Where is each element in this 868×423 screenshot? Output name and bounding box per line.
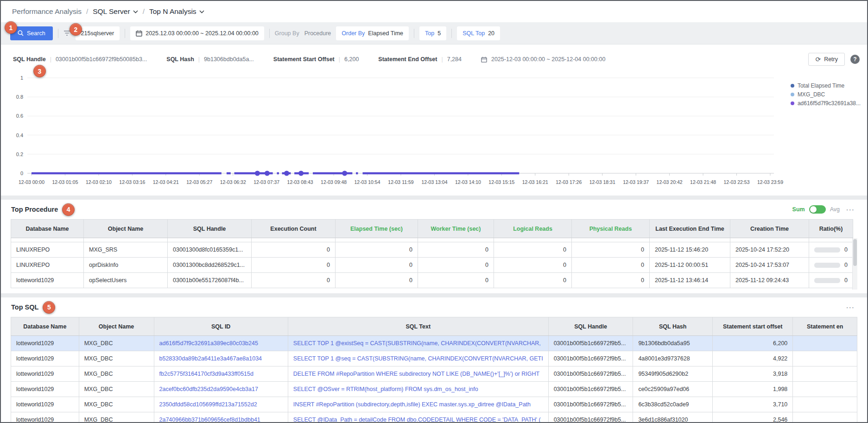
table-cell: 03001b00f5b1c66972f9b5...: [548, 397, 633, 412]
date-range-value: 2025.12.03 00:00:00 ~ 2025.12.04 00:00:0…: [146, 30, 259, 37]
sql-id-link[interactable]: 2acef0bc60dfb235d2da9590e4cb3a17: [159, 386, 258, 392]
column-header[interactable]: Database Name: [11, 317, 79, 336]
date-range-picker[interactable]: 2025.12.03 00:00:00 ~ 2025.12.04 00:00:0…: [130, 26, 264, 40]
sql-id-link[interactable]: ad616f5d7f9c32691a389ec80c03b245: [159, 340, 258, 347]
chevron-down-icon: [133, 10, 138, 13]
table-cell: 6c3b38cd52c0ade9: [633, 397, 713, 412]
vertical-scrollbar[interactable]: [852, 238, 857, 290]
column-header[interactable]: SQL Handle: [168, 220, 252, 238]
column-header[interactable]: Logical Reads: [494, 220, 572, 238]
table-cell: 0: [494, 242, 572, 258]
column-header[interactable]: SQL Handle: [548, 317, 633, 336]
table-cell: 4a8001e3d9737628: [633, 351, 713, 366]
table-row[interactable]: lotteworld1029MXG_DBCb528330da89b2a6411e…: [11, 351, 857, 366]
legend-item[interactable]: MXG_DBC: [791, 91, 861, 98]
retry-button[interactable]: ⟳ Retry: [808, 53, 845, 66]
column-header[interactable]: SQL ID: [154, 317, 288, 336]
sql-top-selector[interactable]: SQL Top 20: [457, 26, 500, 40]
sql-text-link[interactable]: DELETE FROM #RepoPartition WHERE subdire…: [293, 371, 539, 377]
table-header-row: Database NameObject NameSQL IDSQL TextSQ…: [11, 317, 857, 336]
table-cell: 0: [809, 273, 853, 288]
legend-item[interactable]: Total Elapsed Time: [791, 82, 861, 89]
column-header[interactable]: Object Name: [84, 220, 168, 238]
table-cell: 03001b00f5b1c66972f9b5...: [548, 382, 633, 397]
table-cell: lotteworld1029: [11, 366, 79, 382]
more-menu-button[interactable]: ⋯: [844, 204, 857, 215]
top-value: 5: [437, 30, 441, 37]
sql-handle-value: 03001b00f5b1c66972f9b50085b3...: [56, 56, 147, 63]
table-cell: 95349f905d6290b2: [633, 366, 713, 382]
svg-text:12-03 03:16: 12-03 03:16: [119, 179, 145, 185]
sql-id-link[interactable]: 2a740966bb371b609656cef8d1bdbb41: [159, 417, 260, 423]
table-cell: 9b1306bdb0da5a95: [633, 336, 713, 351]
sum-label: Sum: [792, 206, 805, 213]
table-row[interactable]: lotteworld1029MXG_DBC2350dfdd58cd105699f…: [11, 397, 857, 412]
column-header[interactable]: Worker Time (sec): [418, 220, 494, 238]
column-header[interactable]: SQL Text: [288, 317, 548, 336]
column-header[interactable]: Elapsed Time (sec): [336, 220, 418, 238]
table-cell: 2025-11-12 13:46:14: [650, 273, 730, 288]
column-header[interactable]: Database Name: [11, 220, 84, 238]
sql-text-link[interactable]: SELECT @OSver = RTRIM(host_platform) FRO…: [293, 386, 478, 392]
sql-id-link[interactable]: b528330da89b2a6411e3a467ae8a1034: [159, 355, 262, 362]
more-menu-button[interactable]: ⋯: [844, 302, 857, 313]
table-cell: 03001b00f5b1c66972f9b5...: [548, 366, 633, 382]
instance-selector[interactable]: 215sqlserver: [76, 26, 120, 40]
top-sql-section: Top SQL 5 ⋯ Database NameObject NameSQL …: [1, 297, 867, 423]
column-header[interactable]: Last Execution End Time: [650, 220, 730, 238]
table-cell: 0: [572, 273, 650, 288]
breadcrumb-top-n-analysis-dropdown[interactable]: Top N Analysis: [149, 7, 204, 16]
table-cell: 03001b00e551726087f4b...: [168, 273, 252, 288]
column-header[interactable]: Object Name: [79, 317, 154, 336]
svg-text:12-03 00:00: 12-03 00:00: [19, 179, 44, 185]
sql-text-link[interactable]: SELECT TOP 1 @existSeq = CAST(SUBSTRING(…: [293, 340, 541, 347]
search-icon: [18, 30, 24, 36]
table-row[interactable]: LINUXREPOMXG_SRS03001300d8fc0165359c1...…: [11, 242, 853, 258]
scrollbar-thumb[interactable]: [853, 239, 857, 266]
table-row[interactable]: lotteworld1029opSelectUsers03001b00e5517…: [11, 273, 853, 288]
column-header[interactable]: Ratio(%): [809, 220, 853, 238]
column-header[interactable]: Statement en: [793, 317, 857, 336]
table-cell: 6,200: [712, 336, 792, 351]
column-header[interactable]: SQL Hash: [633, 317, 713, 336]
breadcrumb-root[interactable]: Performance Analysis: [12, 7, 82, 16]
table-row[interactable]: lotteworld1029MXG_DBC2a740966bb371b60965…: [11, 412, 857, 423]
table-cell: 03001300bc8dd268529c1...: [168, 258, 252, 273]
table-cell: MXG_DBC: [79, 382, 154, 397]
breadcrumb-sql-server-dropdown[interactable]: SQL Server: [93, 7, 138, 16]
avg-label: Avg: [830, 206, 840, 213]
table-cell: 0: [809, 258, 853, 273]
ratio-bar: [814, 263, 840, 268]
filter-icon[interactable]: [63, 30, 70, 36]
svg-text:0.2: 0.2: [16, 152, 23, 157]
table-cell: 0: [252, 273, 336, 288]
help-icon[interactable]: ?: [850, 55, 860, 64]
column-header[interactable]: Physical Reads: [572, 220, 650, 238]
legend-label: Total Elapsed Time: [798, 82, 844, 89]
sql-text-link[interactable]: SELECT @IData_Path = detailCode FROM dbo…: [293, 417, 541, 423]
table-cell: opSelectUsers: [84, 273, 168, 288]
top-n-selector[interactable]: Top 5: [419, 26, 446, 40]
sql-text-link[interactable]: SELECT TOP 1 @seq = CAST(SUBSTRING(name,…: [293, 355, 543, 362]
legend-item[interactable]: ad616f5d7f9c32691a38...: [791, 100, 861, 107]
column-header[interactable]: Creation Time: [730, 220, 809, 238]
order-by-selector[interactable]: Order By Elapsed Time: [336, 26, 409, 40]
sum-avg-toggle[interactable]: [809, 205, 826, 214]
annotation-badge-3: 3: [33, 65, 46, 77]
sql-text-link[interactable]: INSERT #RepoPartition (subdirectory,dept…: [293, 401, 531, 408]
table-cell: lotteworld1029: [11, 273, 84, 288]
table-cell: lotteworld1029: [11, 351, 79, 366]
column-header[interactable]: Execution Count: [252, 220, 336, 238]
sql-id-link[interactable]: 2350dfdd58cd105699ffd213a71552d2: [159, 401, 257, 408]
table-cell: SELECT TOP 1 @existSeq = CAST(SUBSTRING(…: [288, 336, 548, 351]
column-header[interactable]: Statement start offset: [712, 317, 792, 336]
table-row[interactable]: LINUXREPOoprDiskInfo03001300bc8dd268529c…: [11, 258, 853, 273]
chart-date-range: 2025-12-03 00:00:00 ~ 2025-12-04 00:00:0…: [491, 56, 605, 63]
sql-id-link[interactable]: fb2c5775f3164170cf3d9a433ff0515d: [159, 371, 253, 377]
table-cell: 2025-11-12 09:24:43: [730, 273, 809, 288]
table-row[interactable]: lotteworld1029MXG_DBCfb2c5775f3164170cf3…: [11, 366, 857, 382]
table-cell: [793, 397, 857, 412]
table-row[interactable]: lotteworld1029MXG_DBCad616f5d7f9c32691a3…: [11, 336, 857, 351]
timeline-section: SQL Handle|03001b00f5b1c66972f9b50085b3.…: [1, 44, 867, 200]
table-row[interactable]: lotteworld1029MXG_DBC2acef0bc60dfb235d2d…: [11, 382, 857, 397]
